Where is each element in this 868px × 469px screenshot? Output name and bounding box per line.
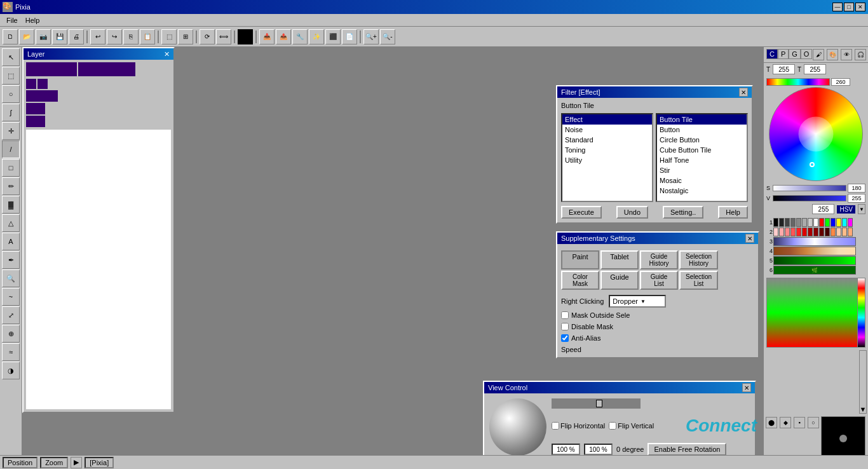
palette-cell[interactable]: [836, 218, 841, 227]
small-circle-btn[interactable]: ○: [808, 417, 819, 428]
layer-swatch-2[interactable]: [26, 103, 45, 114]
palette-image-3[interactable]: [773, 237, 856, 246]
palette-cell[interactable]: [779, 218, 784, 227]
palette-cell[interactable]: [848, 228, 853, 236]
hue-gradient[interactable]: [766, 78, 830, 86]
zoom2-input[interactable]: [584, 444, 613, 455]
flip-v-checkbox[interactable]: [609, 422, 616, 430]
palette-cell[interactable]: [796, 228, 801, 236]
layer-tab-1[interactable]: [26, 62, 77, 76]
num-input-2[interactable]: 255: [804, 64, 826, 74]
new-button[interactable]: 🗋: [3, 29, 18, 44]
zoom1-input[interactable]: [552, 444, 580, 455]
save-button[interactable]: 💾: [52, 29, 67, 44]
tool-arrow[interactable]: ↖: [2, 48, 20, 66]
select-button[interactable]: ⬚: [161, 29, 177, 44]
supp-tab-selection-list[interactable]: SelectionList: [679, 271, 718, 290]
s-slider[interactable]: [773, 185, 846, 191]
tool-text[interactable]: A: [2, 233, 20, 250]
layer-panel-close[interactable]: ✕: [164, 50, 170, 58]
hue-input[interactable]: 260: [831, 78, 850, 86]
brush-icon-btn[interactable]: 🖌: [813, 49, 824, 60]
headphone-icon-btn[interactable]: 🎧: [855, 49, 866, 60]
filter-item-stir[interactable]: Stir: [657, 165, 747, 175]
supp-tab-tablet[interactable]: Tablet: [600, 250, 639, 269]
palette-image-5[interactable]: [773, 256, 856, 265]
tool-curve[interactable]: ~: [2, 288, 20, 306]
tool-clone[interactable]: ⊕: [2, 325, 20, 343]
v-value[interactable]: 255: [848, 194, 865, 203]
tool-lasso[interactable]: ∫: [2, 104, 20, 121]
filter-left-list[interactable]: Effect Noise Standard Toning Utility: [561, 113, 653, 202]
palette-cell[interactable]: [773, 218, 778, 227]
square-icon-btn[interactable]: ▪: [794, 417, 805, 428]
filter-item-utility[interactable]: Utility: [562, 155, 652, 165]
scroll-arrow-down[interactable]: ▼: [859, 350, 867, 414]
supp-tab-guide-history[interactable]: GuideHistory: [640, 250, 678, 269]
palette-cell[interactable]: [819, 228, 824, 236]
view-slider[interactable]: [552, 398, 641, 409]
tool-smear[interactable]: ≈: [2, 343, 20, 361]
bottom-value[interactable]: 255: [812, 204, 834, 214]
status-arrow[interactable]: ▶: [71, 457, 82, 468]
palette-cell[interactable]: [831, 218, 836, 227]
layer-button[interactable]: 📄: [342, 29, 357, 44]
disable-mask-checkbox[interactable]: [561, 323, 569, 330]
filter-dialog-close[interactable]: ✕: [739, 88, 748, 97]
filter-item-mosaic[interactable]: Mosaic: [657, 175, 747, 186]
filter-item-cube-button-tile[interactable]: Cube Button Tile: [657, 145, 747, 155]
supp-tab-guide-list[interactable]: GuideList: [640, 271, 678, 290]
filter-item-circle-button[interactable]: Circle Button: [657, 135, 747, 145]
tool-transform[interactable]: ⤢: [2, 306, 20, 324]
undo-button-filter[interactable]: Undo: [616, 206, 648, 219]
print-button[interactable]: 🖨: [69, 29, 84, 44]
v-slider[interactable]: [773, 195, 846, 201]
magic-button[interactable]: ✨: [309, 29, 324, 44]
supp-tab-color-mask[interactable]: ColorMask: [561, 271, 599, 290]
fg-color-swatch[interactable]: [238, 29, 253, 44]
palette-cell[interactable]: [808, 218, 813, 227]
flip-h-checkbox[interactable]: [552, 422, 559, 430]
cpgo-g-btn[interactable]: G: [789, 49, 801, 59]
palette-cell[interactable]: [773, 228, 778, 236]
tool-shape[interactable]: △: [2, 214, 20, 232]
palette-cell[interactable]: [813, 218, 818, 227]
filter-right-list[interactable]: Button Tile Button Circle Button Cube Bu…: [656, 113, 748, 202]
palette-cell[interactable]: [790, 228, 796, 236]
anti-alias-checkbox[interactable]: [561, 334, 569, 342]
filter-item-nostalgic[interactable]: Nostalgic: [657, 186, 747, 196]
palette-cell[interactable]: [825, 228, 830, 236]
filter-button[interactable]: 🔧: [292, 29, 308, 44]
palette-cell[interactable]: [819, 218, 824, 227]
num-input-1[interactable]: 255: [773, 64, 795, 74]
palette-cell[interactable]: [808, 228, 813, 236]
zoom-in-button[interactable]: 🔍+: [363, 29, 379, 44]
tool-eraser[interactable]: □: [2, 159, 20, 177]
filter-item-button[interactable]: Button: [657, 125, 747, 135]
palette-cell[interactable]: [813, 228, 818, 236]
tool-zoom[interactable]: 🔍: [2, 269, 20, 287]
supp-tab-selection-history[interactable]: SelectionHistory: [679, 250, 718, 269]
gradient-strip[interactable]: [766, 278, 865, 348]
export-button[interactable]: 📤: [276, 29, 291, 44]
palette-cell[interactable]: [785, 218, 790, 227]
layer-swatch-1[interactable]: [26, 90, 58, 102]
tool-move[interactable]: ✛: [2, 122, 20, 140]
color-wheel-cursor[interactable]: [810, 162, 815, 167]
filter-item-standard[interactable]: Standard: [562, 135, 652, 145]
diamond-icon-btn[interactable]: ◆: [780, 417, 791, 428]
palette-cell[interactable]: [825, 218, 830, 227]
supp-tab-guide[interactable]: Guide: [600, 271, 639, 290]
palette-cell[interactable]: [779, 228, 784, 236]
palette-cell[interactable]: [848, 218, 853, 227]
palette-cell[interactable]: [796, 218, 801, 227]
flip-button[interactable]: ⟺: [216, 29, 231, 44]
filter-item-noise[interactable]: Noise: [562, 125, 652, 135]
tool-fill[interactable]: ▓: [2, 196, 20, 214]
palette-cell[interactable]: [802, 228, 807, 236]
eye-icon-btn[interactable]: 👁: [841, 49, 852, 60]
maximize-button[interactable]: □: [844, 3, 854, 11]
paste-button[interactable]: 📋: [140, 29, 155, 44]
import-button[interactable]: 📥: [259, 29, 275, 44]
right-click-dropdown[interactable]: Dropper ▼: [609, 295, 666, 308]
